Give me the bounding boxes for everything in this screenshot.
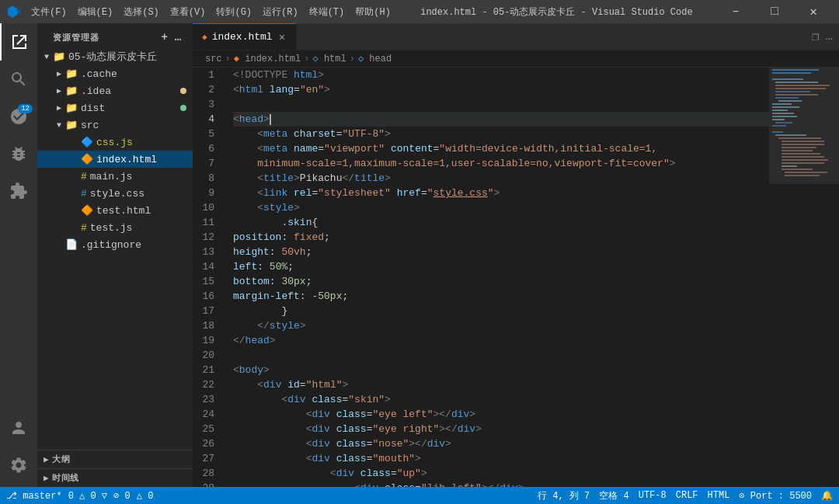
tree-item-idea[interactable]: ▶ 📁 .idea bbox=[37, 82, 193, 99]
tab-close-button[interactable]: ✕ bbox=[277, 29, 287, 45]
tree-item-src[interactable]: ▼ 📁 src bbox=[37, 116, 193, 134]
menu-select[interactable]: 选择(S) bbox=[119, 4, 164, 20]
breadcrumb-src[interactable]: src bbox=[205, 54, 222, 64]
code-line-7: minimum-scale=1,maximum-scale=1,user-sca… bbox=[233, 156, 769, 171]
notifications-status[interactable]: 🔔 bbox=[821, 490, 833, 502]
encoding-status[interactable]: UTF-8 bbox=[639, 490, 667, 501]
line-num-5: 5 bbox=[199, 127, 214, 141]
warnings-status[interactable]: △ 0 bbox=[137, 490, 154, 502]
code-line-17: } bbox=[233, 304, 769, 318]
spaces-status[interactable]: 空格 4 bbox=[599, 489, 628, 502]
code-line-11: .skin{ bbox=[233, 215, 769, 230]
breadcrumb-indexhtml[interactable]: ◆ index.html bbox=[234, 53, 301, 64]
port-status[interactable]: ⊙ Port : 5500 bbox=[739, 490, 812, 502]
tab-bar: ◆ index.html ✕ ❐ … bbox=[193, 23, 839, 50]
menu-help[interactable]: 帮助(H) bbox=[350, 4, 395, 20]
status-left: ⎇ master* 0 △ 0 ▽ ⊘ 0 △ 0 bbox=[6, 490, 153, 502]
sync-label: 0 △ 0 ▽ bbox=[68, 491, 107, 502]
style-css-name: style.css bbox=[90, 188, 144, 200]
minimap-canvas bbox=[769, 68, 839, 487]
title-bar-menu[interactable]: 文件(F) 编辑(E) 选择(S) 查看(V) 转到(G) 运行(R) 终端(T… bbox=[26, 4, 395, 20]
line-num-14: 14 bbox=[199, 259, 214, 274]
code-line-5: <meta charset="UTF-8"> bbox=[233, 127, 769, 141]
git-branch-status[interactable]: ⎇ master* bbox=[6, 490, 62, 502]
code-line-8: <title>Pikachu</title> bbox=[233, 171, 769, 186]
menu-edit[interactable]: 编辑(E) bbox=[73, 4, 118, 20]
menu-goto[interactable]: 转到(G) bbox=[211, 4, 256, 20]
activity-settings[interactable] bbox=[0, 447, 37, 484]
minimize-button[interactable]: – bbox=[718, 0, 754, 23]
folder-icon: 📁 bbox=[53, 50, 65, 63]
code-line-16: margin-left: -50px; bbox=[233, 289, 769, 304]
activity-account[interactable] bbox=[0, 409, 37, 447]
line-num-10: 10 bbox=[199, 200, 214, 215]
idea-dot bbox=[180, 88, 186, 94]
breadcrumb-html[interactable]: ◇ html bbox=[312, 53, 346, 64]
tree-item-index-html[interactable]: ▶ 🔶 index.html bbox=[37, 151, 193, 168]
outline-arrow: ▶ bbox=[44, 454, 49, 464]
activity-git[interactable]: 12 bbox=[0, 98, 37, 135]
new-folder-icon[interactable]: … bbox=[173, 30, 183, 45]
line-ending-status[interactable]: CRLF bbox=[676, 490, 698, 501]
activity-explorer[interactable] bbox=[0, 23, 37, 61]
git-badge: 12 bbox=[18, 104, 33, 113]
main-js-icon: # bbox=[81, 171, 87, 182]
tab-index-html[interactable]: ◆ index.html ✕ bbox=[193, 23, 297, 50]
breadcrumb-sep-2: › bbox=[304, 54, 309, 64]
sync-status[interactable]: 0 △ 0 ▽ bbox=[68, 490, 107, 502]
line-num-25: 25 bbox=[199, 422, 214, 436]
breadcrumb-head[interactable]: ◇ head bbox=[358, 53, 392, 64]
row-status[interactable]: 行 4, 列 7 bbox=[538, 489, 590, 502]
code-line-12: position: fixed; bbox=[233, 230, 769, 245]
menu-run[interactable]: 运行(R) bbox=[258, 4, 303, 20]
tree-item-test-js[interactable]: ▶ # test.js bbox=[37, 219, 193, 236]
line-num-26: 26 bbox=[199, 436, 214, 451]
style-css-icon: # bbox=[81, 188, 87, 200]
activity-bar-bottom bbox=[0, 409, 37, 487]
svg-rect-36 bbox=[769, 68, 839, 184]
cache-folder-icon: 📁 bbox=[65, 68, 78, 80]
menu-view[interactable]: 查看(V) bbox=[165, 4, 211, 20]
language-status[interactable]: HTML bbox=[708, 490, 730, 501]
tab-html-icon: ◆ bbox=[202, 32, 207, 42]
line-num-19: 19 bbox=[199, 333, 214, 348]
menu-terminal[interactable]: 终端(T) bbox=[305, 4, 350, 20]
close-button[interactable]: ✕ bbox=[795, 0, 831, 23]
errors-status[interactable]: ⊘ 0 bbox=[113, 490, 131, 502]
idea-arrow: ▶ bbox=[53, 86, 65, 96]
cache-folder-name: .cache bbox=[81, 68, 117, 80]
outline-section[interactable]: ▶ 大纲 bbox=[37, 450, 193, 468]
line-num-20: 20 bbox=[199, 348, 214, 363]
breadcrumb-head-label: head bbox=[369, 54, 392, 64]
line-num-18: 18 bbox=[199, 318, 214, 333]
tree-item-cache[interactable]: ▶ 📁 .cache bbox=[37, 65, 193, 82]
tree-item-dist[interactable]: ▶ 📁 dist bbox=[37, 99, 193, 116]
line-num-9: 9 bbox=[199, 186, 214, 200]
new-file-icon[interactable]: + bbox=[159, 30, 169, 45]
sidebar-title: 资源管理器 bbox=[53, 32, 99, 43]
tree-item-gitignore[interactable]: ▶ 📄 .gitignore bbox=[37, 236, 193, 253]
code-line-25: <div class="eye right"></div> bbox=[233, 422, 769, 436]
line-numbers: 1 2 3 4 5 6 7 8 9 10 11 12 13 14 15 16 1… bbox=[193, 68, 227, 487]
status-bar: ⎇ master* 0 △ 0 ▽ ⊘ 0 △ 0 行 4, 列 7 空格 4 … bbox=[0, 487, 839, 504]
title-bar: 文件(F) 编辑(E) 选择(S) 查看(V) 转到(G) 运行(R) 终端(T… bbox=[0, 0, 839, 23]
status-right: 行 4, 列 7 空格 4 UTF-8 CRLF HTML ⊙ Port : 5… bbox=[538, 489, 833, 502]
activity-extensions[interactable] bbox=[0, 172, 37, 210]
menu-file[interactable]: 文件(F) bbox=[26, 4, 71, 20]
activity-search[interactable] bbox=[0, 61, 37, 98]
folder-arrow: ▼ bbox=[40, 53, 53, 61]
tree-item-style-css[interactable]: ▶ # style.css bbox=[37, 185, 193, 202]
code-line-6: <meta name="viewport" content="width=dev… bbox=[233, 141, 769, 156]
tree-item-main-js[interactable]: ▶ # main.js bbox=[37, 168, 193, 185]
timeline-section[interactable]: ▶ 时间线 bbox=[37, 468, 193, 487]
maximize-button[interactable]: □ bbox=[757, 0, 792, 23]
tree-root-folder[interactable]: ▼ 📁 05-动态展示皮卡丘 bbox=[37, 48, 193, 65]
split-editor-icon[interactable]: ❐ bbox=[812, 29, 820, 44]
more-actions-icon[interactable]: … bbox=[825, 30, 833, 43]
tree-item-css-js[interactable]: ▶ 🔷 css.js bbox=[37, 134, 193, 151]
outline-label: 大纲 bbox=[52, 454, 70, 465]
activity-debug[interactable] bbox=[0, 135, 37, 172]
test-js-name: test.js bbox=[90, 222, 133, 234]
tree-item-test-html[interactable]: ▶ 🔶 test.html bbox=[37, 202, 193, 219]
code-area[interactable]: <!DOCTYPE html> <html lang="en"> <head> … bbox=[227, 68, 769, 487]
